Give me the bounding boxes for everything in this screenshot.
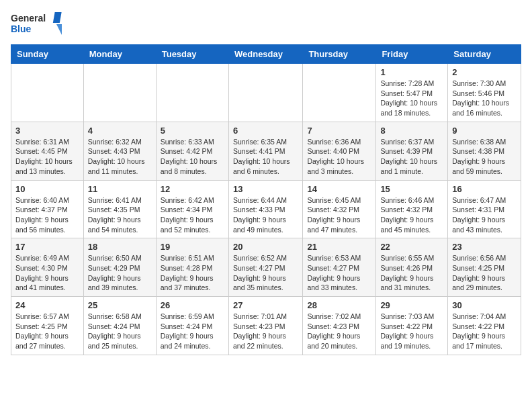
day-info: Sunrise: 6:33 AM Sunset: 4:42 PM Dayligh…: [161, 137, 224, 177]
day-info: Sunrise: 7:02 AM Sunset: 4:23 PM Dayligh…: [307, 312, 371, 351]
day-number: 1: [380, 67, 443, 77]
calendar-day-cell: 21Sunrise: 6:53 AM Sunset: 4:27 PM Dayli…: [303, 238, 376, 297]
calendar-day-cell: 5Sunrise: 6:33 AM Sunset: 4:42 PM Daylig…: [156, 122, 228, 180]
day-number: 4: [88, 126, 152, 136]
calendar-day-cell: 3Sunrise: 6:31 AM Sunset: 4:45 PM Daylig…: [11, 122, 84, 180]
day-info: Sunrise: 6:36 AM Sunset: 4:40 PM Dayligh…: [307, 137, 371, 177]
weekday-header: Tuesday: [156, 45, 228, 64]
weekday-header: Thursday: [303, 45, 376, 64]
day-info: Sunrise: 6:37 AM Sunset: 4:39 PM Dayligh…: [380, 137, 443, 177]
day-number: 19: [161, 242, 224, 252]
day-number: 22: [380, 242, 443, 252]
day-number: 27: [233, 300, 298, 310]
calendar-day-cell: [156, 64, 228, 122]
calendar-day-cell: 17Sunrise: 6:49 AM Sunset: 4:30 PM Dayli…: [11, 238, 84, 297]
day-number: 13: [233, 184, 298, 194]
calendar-day-cell: 18Sunrise: 6:50 AM Sunset: 4:29 PM Dayli…: [83, 238, 156, 297]
day-info: Sunrise: 6:32 AM Sunset: 4:43 PM Dayligh…: [88, 137, 152, 177]
calendar-day-cell: 16Sunrise: 6:47 AM Sunset: 4:31 PM Dayli…: [448, 180, 521, 238]
day-number: 3: [15, 126, 79, 136]
day-info: Sunrise: 6:31 AM Sunset: 4:45 PM Dayligh…: [15, 137, 79, 177]
day-info: Sunrise: 6:59 AM Sunset: 4:24 PM Dayligh…: [161, 312, 224, 351]
day-number: 23: [452, 242, 517, 252]
calendar-day-cell: 13Sunrise: 6:44 AM Sunset: 4:33 PM Dayli…: [228, 180, 302, 238]
calendar-day-cell: 19Sunrise: 6:51 AM Sunset: 4:28 PM Dayli…: [156, 238, 228, 297]
day-number: 20: [233, 242, 298, 252]
day-info: Sunrise: 7:28 AM Sunset: 5:47 PM Dayligh…: [380, 79, 443, 118]
day-info: Sunrise: 6:53 AM Sunset: 4:27 PM Dayligh…: [307, 253, 371, 293]
svg-text:General: General: [11, 13, 46, 24]
day-info: Sunrise: 7:30 AM Sunset: 5:46 PM Dayligh…: [452, 79, 517, 118]
calendar-header-row: SundayMondayTuesdayWednesdayThursdayFrid…: [11, 45, 521, 64]
calendar-day-cell: 20Sunrise: 6:52 AM Sunset: 4:27 PM Dayli…: [228, 238, 302, 297]
day-number: 15: [380, 184, 443, 194]
calendar-week-row: 3Sunrise: 6:31 AM Sunset: 4:45 PM Daylig…: [11, 122, 521, 180]
day-number: 7: [307, 126, 371, 136]
day-number: 16: [452, 184, 517, 194]
day-number: 21: [307, 242, 371, 252]
calendar-day-cell: [11, 64, 84, 122]
day-number: 25: [88, 300, 152, 310]
svg-marker-3: [56, 24, 62, 35]
calendar-day-cell: [83, 64, 156, 122]
day-number: 10: [15, 184, 79, 194]
svg-text:Blue: Blue: [11, 24, 32, 34]
day-number: 30: [452, 300, 517, 310]
day-info: Sunrise: 6:56 AM Sunset: 4:25 PM Dayligh…: [452, 253, 517, 293]
day-number: 11: [88, 184, 152, 194]
day-info: Sunrise: 6:35 AM Sunset: 4:41 PM Dayligh…: [233, 137, 298, 177]
calendar-week-row: 17Sunrise: 6:49 AM Sunset: 4:30 PM Dayli…: [11, 238, 521, 297]
weekday-header: Wednesday: [228, 45, 302, 64]
calendar-day-cell: 14Sunrise: 6:45 AM Sunset: 4:32 PM Dayli…: [303, 180, 376, 238]
calendar-day-cell: 7Sunrise: 6:36 AM Sunset: 4:40 PM Daylig…: [303, 122, 376, 180]
calendar-day-cell: 12Sunrise: 6:42 AM Sunset: 4:34 PM Dayli…: [156, 180, 228, 238]
day-info: Sunrise: 6:55 AM Sunset: 4:26 PM Dayligh…: [380, 253, 443, 293]
calendar-day-cell: 6Sunrise: 6:35 AM Sunset: 4:41 PM Daylig…: [228, 122, 302, 180]
calendar-table: SundayMondayTuesdayWednesdayThursdayFrid…: [11, 44, 521, 355]
day-info: Sunrise: 6:58 AM Sunset: 4:24 PM Dayligh…: [88, 312, 152, 351]
day-info: Sunrise: 7:04 AM Sunset: 4:22 PM Dayligh…: [452, 312, 517, 351]
day-number: 9: [452, 126, 517, 136]
calendar-day-cell: 30Sunrise: 7:04 AM Sunset: 4:22 PM Dayli…: [448, 297, 521, 355]
day-info: Sunrise: 7:03 AM Sunset: 4:22 PM Dayligh…: [380, 312, 443, 351]
day-number: 28: [307, 300, 371, 310]
day-info: Sunrise: 6:40 AM Sunset: 4:37 PM Dayligh…: [15, 195, 79, 235]
calendar-day-cell: 22Sunrise: 6:55 AM Sunset: 4:26 PM Dayli…: [376, 238, 448, 297]
day-info: Sunrise: 6:49 AM Sunset: 4:30 PM Dayligh…: [15, 253, 79, 293]
calendar-week-row: 1Sunrise: 7:28 AM Sunset: 5:47 PM Daylig…: [11, 64, 521, 122]
weekday-header: Monday: [83, 45, 156, 64]
day-info: Sunrise: 6:41 AM Sunset: 4:35 PM Dayligh…: [88, 195, 152, 235]
calendar-day-cell: 15Sunrise: 6:46 AM Sunset: 4:32 PM Dayli…: [376, 180, 448, 238]
calendar-day-cell: [303, 64, 376, 122]
day-number: 29: [380, 300, 443, 310]
calendar-day-cell: 4Sunrise: 6:32 AM Sunset: 4:43 PM Daylig…: [83, 122, 156, 180]
day-number: 12: [161, 184, 224, 194]
day-number: 18: [88, 242, 152, 252]
calendar-day-cell: 11Sunrise: 6:41 AM Sunset: 4:35 PM Dayli…: [83, 180, 156, 238]
day-number: 24: [15, 300, 79, 310]
day-number: 2: [452, 67, 517, 77]
day-info: Sunrise: 6:44 AM Sunset: 4:33 PM Dayligh…: [233, 195, 298, 235]
day-info: Sunrise: 6:38 AM Sunset: 4:38 PM Dayligh…: [452, 137, 517, 177]
day-info: Sunrise: 6:51 AM Sunset: 4:28 PM Dayligh…: [161, 253, 224, 293]
calendar-day-cell: 10Sunrise: 6:40 AM Sunset: 4:37 PM Dayli…: [11, 180, 84, 238]
logo-svg: General Blue: [11, 11, 64, 38]
day-number: 17: [15, 242, 79, 252]
calendar-day-cell: 1Sunrise: 7:28 AM Sunset: 5:47 PM Daylig…: [376, 64, 448, 122]
day-info: Sunrise: 6:57 AM Sunset: 4:25 PM Dayligh…: [15, 312, 79, 351]
calendar-day-cell: 27Sunrise: 7:01 AM Sunset: 4:23 PM Dayli…: [228, 297, 302, 355]
logo: General Blue: [11, 11, 64, 38]
day-number: 5: [161, 126, 224, 136]
day-info: Sunrise: 6:47 AM Sunset: 4:31 PM Dayligh…: [452, 195, 517, 235]
calendar-day-cell: 25Sunrise: 6:58 AM Sunset: 4:24 PM Dayli…: [83, 297, 156, 355]
calendar-day-cell: 23Sunrise: 6:56 AM Sunset: 4:25 PM Dayli…: [448, 238, 521, 297]
calendar-week-row: 10Sunrise: 6:40 AM Sunset: 4:37 PM Dayli…: [11, 180, 521, 238]
day-info: Sunrise: 7:01 AM Sunset: 4:23 PM Dayligh…: [233, 312, 298, 351]
weekday-header: Friday: [376, 45, 448, 64]
calendar-day-cell: 8Sunrise: 6:37 AM Sunset: 4:39 PM Daylig…: [376, 122, 448, 180]
day-info: Sunrise: 6:46 AM Sunset: 4:32 PM Dayligh…: [380, 195, 443, 235]
calendar-day-cell: 26Sunrise: 6:59 AM Sunset: 4:24 PM Dayli…: [156, 297, 228, 355]
day-number: 14: [307, 184, 371, 194]
weekday-header: Sunday: [11, 45, 84, 64]
calendar-day-cell: 28Sunrise: 7:02 AM Sunset: 4:23 PM Dayli…: [303, 297, 376, 355]
